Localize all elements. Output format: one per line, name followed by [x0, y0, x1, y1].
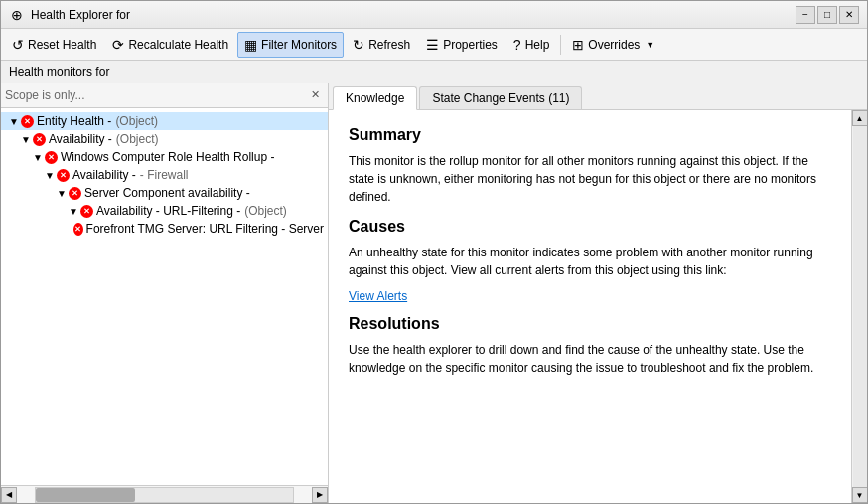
window-title: Health Explorer for: [31, 8, 130, 22]
tree-item[interactable]: ▼ Windows Computer Role Health Rollup -: [1, 148, 328, 166]
app-icon: ⊕: [9, 7, 25, 23]
vscroll-track[interactable]: [853, 126, 867, 487]
tab-knowledge[interactable]: Knowledge: [333, 86, 417, 110]
help-label: Help: [525, 38, 550, 52]
resolutions-text: Use the health explorer to drill down an…: [349, 341, 837, 377]
error-icon: [33, 133, 46, 146]
tab-state-change-events[interactable]: State Change Events (11): [419, 86, 582, 109]
scope-text: Scope is only...: [5, 88, 303, 102]
tree-item[interactable]: ▼ Availability - URL-Filtering - (Object…: [1, 202, 328, 220]
help-icon: ?: [513, 37, 521, 53]
causes-heading: Causes: [349, 218, 837, 236]
scroll-up-button[interactable]: ▲: [852, 110, 868, 126]
view-alerts-link[interactable]: View Alerts: [349, 289, 407, 303]
reset-health-label: Reset Health: [28, 38, 96, 52]
vertical-scrollbar[interactable]: ▲ ▼: [851, 110, 867, 503]
resolutions-heading: Resolutions: [349, 315, 837, 333]
recalculate-health-button[interactable]: ⟳ Recalculate Health: [105, 32, 235, 58]
horizontal-scrollbar[interactable]: ◀ ▶: [1, 485, 328, 503]
error-icon: [57, 169, 70, 182]
scroll-left-button[interactable]: ◀: [1, 487, 17, 503]
tree-type: (Object): [244, 204, 287, 218]
health-monitors-label: Health monitors for: [1, 61, 867, 83]
error-icon: [21, 115, 34, 128]
tree-toggle[interactable]: ▼: [45, 170, 57, 181]
refresh-button[interactable]: ↻ Refresh: [346, 32, 417, 58]
tree-type: - Firewall: [140, 168, 189, 182]
hscroll-thumb[interactable]: [36, 488, 135, 502]
causes-text: An unhealthy state for this monitor indi…: [349, 244, 837, 279]
minimize-button[interactable]: −: [796, 6, 815, 24]
scope-close-button[interactable]: ✕: [307, 87, 324, 102]
summary-heading: Summary: [349, 126, 837, 144]
main-content: Scope is only... ✕ ▼ Entity Health - (Ob…: [1, 83, 867, 503]
error-icon: [45, 151, 58, 164]
recalculate-health-icon: ⟳: [112, 37, 124, 53]
overrides-label: Overrides: [588, 38, 640, 52]
tree-container[interactable]: ▼ Entity Health - (Object) ▼ Availabilit…: [1, 108, 328, 485]
error-icon: [80, 205, 93, 218]
reset-health-icon: ↺: [12, 37, 24, 53]
scope-bar: Scope is only... ✕: [1, 83, 328, 108]
tree-item[interactable]: ▶ Forefront TMG Server: URL Filtering - …: [1, 220, 328, 238]
summary-text: This monitor is the rollup monitor for a…: [349, 152, 837, 206]
main-window: ⊕ Health Explorer for − □ ✕ ↺ Reset Heal…: [0, 0, 868, 504]
tree-item[interactable]: ▼ Availability - - Firewall: [1, 166, 328, 184]
properties-label: Properties: [443, 38, 498, 52]
hscroll-track[interactable]: [35, 487, 294, 503]
recalculate-health-label: Recalculate Health: [128, 38, 228, 52]
left-panel: Scope is only... ✕ ▼ Entity Health - (Ob…: [1, 83, 329, 503]
toolbar: ↺ Reset Health ⟳ Recalculate Health ▦ Fi…: [1, 29, 867, 61]
refresh-label: Refresh: [368, 38, 410, 52]
tree-label: Entity Health -: [37, 114, 111, 128]
tree-label: Server Component availability -: [84, 186, 250, 200]
properties-icon: ☰: [426, 37, 439, 53]
title-bar-left: ⊕ Health Explorer for: [9, 7, 130, 23]
knowledge-content: Summary This monitor is the rollup monit…: [329, 110, 867, 503]
tree-type: (Object): [115, 114, 158, 128]
title-bar: ⊕ Health Explorer for − □ ✕: [1, 1, 867, 29]
tree-label: Forefront TMG Server: URL Filtering - Se…: [86, 222, 324, 236]
close-button[interactable]: ✕: [839, 6, 859, 24]
tree-label: Availability -: [72, 168, 136, 182]
filter-monitors-button[interactable]: ▦ Filter Monitors: [237, 32, 344, 58]
tabs-bar: Knowledge State Change Events (11): [329, 83, 867, 110]
toolbar-separator: [560, 35, 561, 55]
scroll-down-button[interactable]: ▼: [852, 487, 868, 503]
right-panel: Knowledge State Change Events (11) Summa…: [329, 83, 867, 503]
error-icon: [69, 187, 81, 200]
overrides-dropdown-icon: ▼: [646, 40, 654, 50]
tree-label: Windows Computer Role Health Rollup -: [61, 150, 274, 164]
overrides-button[interactable]: ⊞ Overrides ▼: [565, 32, 661, 58]
filter-monitors-icon: ▦: [244, 37, 257, 53]
scroll-right-button[interactable]: ▶: [312, 487, 328, 503]
tree-item[interactable]: ▼ Entity Health - (Object): [1, 112, 328, 130]
help-button[interactable]: ? Help: [506, 32, 556, 58]
reset-health-button[interactable]: ↺ Reset Health: [5, 32, 103, 58]
window-controls: − □ ✕: [796, 6, 859, 24]
tree-label: Availability -: [49, 132, 112, 146]
tree-toggle[interactable]: ▼: [21, 134, 33, 145]
tree-toggle[interactable]: ▼: [57, 188, 69, 199]
right-content-wrapper: Summary This monitor is the rollup monit…: [329, 110, 867, 503]
overrides-icon: ⊞: [572, 37, 584, 53]
tree-type: (Object): [116, 132, 159, 146]
maximize-button[interactable]: □: [817, 6, 837, 24]
tree-toggle[interactable]: ▼: [69, 206, 80, 217]
filter-monitors-label: Filter Monitors: [261, 38, 337, 52]
tree-toggle[interactable]: ▼: [9, 116, 21, 127]
tree-item[interactable]: ▼ Availability - (Object): [1, 130, 328, 148]
properties-button[interactable]: ☰ Properties: [419, 32, 505, 58]
refresh-icon: ↻: [353, 37, 364, 53]
tree-item[interactable]: ▼ Server Component availability -: [1, 184, 328, 202]
tree-toggle[interactable]: ▼: [33, 152, 45, 163]
tree-label: Availability - URL-Filtering -: [96, 204, 240, 218]
error-icon: [73, 223, 83, 236]
